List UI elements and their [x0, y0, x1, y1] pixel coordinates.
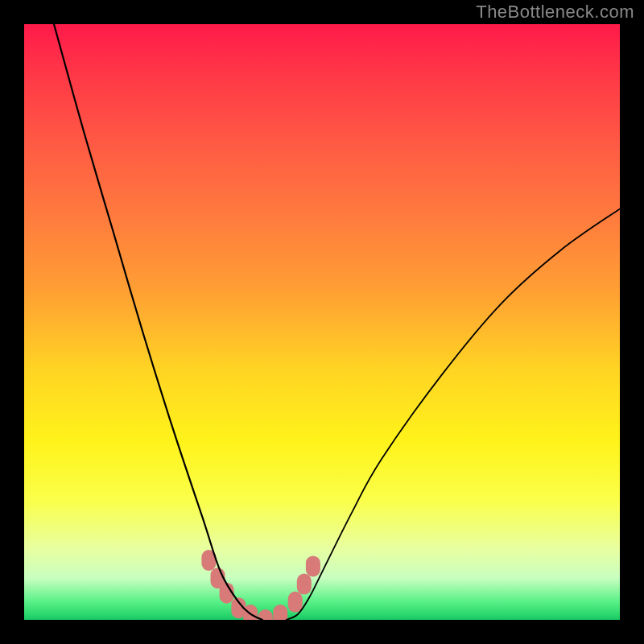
left-bottleneck-curve [54, 24, 262, 620]
valley-marker [297, 574, 312, 595]
valley-marker [288, 592, 303, 613]
valley-marker [306, 555, 320, 576]
right-bottleneck-curve [287, 208, 620, 620]
chart-frame: TheBottleneck.com [0, 0, 644, 644]
plot-area [24, 24, 620, 620]
curve-layer [24, 24, 620, 620]
valley-marker [273, 605, 287, 620]
watermark-text: TheBottleneck.com [476, 2, 634, 23]
